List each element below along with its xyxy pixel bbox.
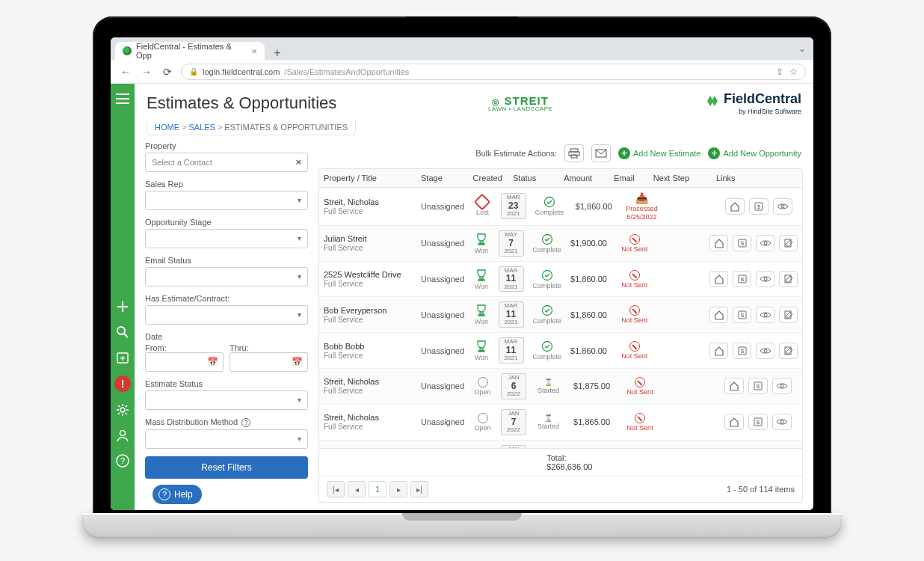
link-estimate-button[interactable]: $ — [748, 378, 768, 394]
link-view-button[interactable] — [772, 414, 792, 430]
email-button[interactable] — [591, 144, 611, 162]
link-home-button[interactable] — [709, 271, 728, 287]
help-fab[interactable]: ? Help — [153, 485, 202, 504]
reload-button[interactable]: ⟳ — [160, 64, 175, 79]
table-row[interactable]: Julian StreitFull ServiceUnassignedWonMA… — [319, 226, 802, 262]
col-stage[interactable]: Stage — [416, 169, 469, 187]
tabs-overflow-icon[interactable]: ⌄ — [798, 43, 806, 54]
new-tab-button[interactable]: + — [269, 46, 286, 60]
add-estimate-button[interactable]: +Add New Estimate — [618, 147, 700, 159]
col-property[interactable]: Property / Title — [319, 169, 416, 187]
add-icon[interactable] — [115, 299, 130, 314]
page-header: Estimates & Opportunities ◎ STREIT LAWN … — [135, 84, 813, 120]
gear-icon[interactable] — [115, 402, 130, 417]
link-estimate-button[interactable]: $ — [749, 198, 769, 215]
page-first-button[interactable]: |◂ — [327, 481, 345, 497]
alert-icon[interactable]: ! — [114, 375, 131, 392]
table-row[interactable]: Streit, NicholasFull ServiceUnassignedLo… — [319, 188, 802, 226]
link-view-button[interactable] — [756, 343, 774, 359]
date-thru-input[interactable]: 📅 — [230, 352, 308, 372]
browser-tab[interactable]: FieldCentral - Estimates & Opp × — [115, 42, 265, 60]
link-home-button[interactable] — [725, 198, 745, 215]
search-icon[interactable] — [115, 325, 130, 340]
reset-filters-button[interactable]: Reset Filters — [145, 456, 308, 479]
print-button[interactable] — [564, 144, 584, 162]
link-view-button[interactable] — [772, 378, 792, 394]
user-icon[interactable] — [115, 428, 130, 443]
row-next-step — [654, 333, 705, 368]
date-label: Date — [145, 332, 308, 341]
link-edit-button[interactable] — [779, 307, 798, 323]
link-home-button[interactable] — [709, 307, 728, 323]
svg-point-0 — [117, 327, 125, 334]
link-home-button[interactable] — [724, 378, 744, 394]
page-prev-button[interactable]: ◂ — [348, 481, 366, 497]
svg-point-22 — [764, 278, 767, 280]
clear-icon[interactable]: × — [295, 156, 301, 168]
crumb-sales[interactable]: SALES — [188, 123, 215, 132]
back-button[interactable]: ← — [118, 64, 133, 79]
row-name: Streit, Nicholas — [324, 197, 379, 206]
url-field[interactable]: 🔒 login.fieldcentral.com/Sales/Estimates… — [181, 64, 806, 80]
col-amount[interactable]: Amount — [543, 169, 600, 187]
row-amount: $1,860.00 — [568, 188, 619, 225]
help-sidebar-icon[interactable]: ? — [115, 453, 130, 468]
svg-rect-6 — [570, 149, 578, 152]
plus-icon: + — [618, 147, 630, 159]
sales-rep-select[interactable]: ▾ — [145, 191, 308, 210]
row-name: Bob Everyperson — [324, 306, 386, 315]
add-opportunity-button[interactable]: +Add New Opportunity — [708, 147, 801, 159]
table-row[interactable]: 2525 Westcliffe DriveFull ServiceUnassig… — [319, 262, 802, 298]
link-view-button[interactable] — [756, 235, 774, 251]
forward-button[interactable]: → — [139, 64, 154, 79]
link-view-button[interactable] — [756, 271, 774, 287]
date-from-input[interactable]: 📅 — [145, 352, 224, 372]
property-select[interactable]: Select a Contact × — [145, 153, 308, 172]
link-estimate-button[interactable]: $ — [733, 271, 751, 287]
link-edit-button[interactable] — [779, 343, 798, 359]
col-email[interactable]: Email — [600, 169, 649, 187]
col-status[interactable]: Status — [505, 169, 543, 187]
help-tooltip-icon[interactable]: ? — [241, 418, 250, 427]
table-row[interactable]: Streit, NicholasFull ServiceUnassignedOp… — [319, 405, 802, 441]
page-next-button[interactable]: ▸ — [389, 481, 407, 497]
row-stage: Unassigned — [421, 346, 464, 355]
col-next-step[interactable]: Next Step — [649, 169, 712, 187]
page-last-button[interactable]: ▸| — [410, 481, 428, 497]
app-logo: FieldCentral by HindSite Software — [704, 91, 801, 115]
processed-icon: 📥 — [635, 192, 648, 204]
link-estimate-button[interactable]: $ — [733, 307, 751, 323]
link-edit-button[interactable] — [779, 235, 798, 251]
close-tab-icon[interactable]: × — [251, 46, 257, 57]
col-created[interactable]: Created — [469, 169, 505, 187]
calendar-add-icon[interactable] — [115, 350, 130, 365]
estimate-status-select[interactable]: ▾ — [145, 390, 308, 410]
link-estimate-button[interactable]: $ — [733, 235, 751, 251]
bookmark-icon[interactable]: ☆ — [789, 67, 798, 77]
share-icon[interactable]: ⇪ — [776, 67, 783, 77]
email-status-select[interactable]: ▾ — [145, 267, 308, 286]
link-estimate-button[interactable]: $ — [733, 343, 751, 359]
status-cell: Complete — [533, 304, 562, 325]
table-row[interactable]: Bob EverypersonFull ServiceUnassignedWon… — [319, 297, 802, 333]
link-edit-button[interactable] — [779, 271, 798, 287]
link-home-button[interactable] — [724, 414, 744, 430]
opp-stage-select[interactable]: ▾ — [145, 229, 308, 248]
has-estimate-select[interactable]: ▾ — [145, 305, 308, 325]
svg-point-2 — [120, 408, 125, 412]
pager: |◂ ◂ 1 ▸ ▸| 1 - 50 of 114 items — [319, 476, 802, 502]
mass-dist-select[interactable]: ▾ — [145, 429, 308, 449]
link-home-button[interactable] — [709, 235, 728, 251]
link-view-button[interactable] — [773, 198, 792, 215]
link-view-button[interactable] — [756, 307, 774, 323]
crumb-home[interactable]: HOME — [155, 123, 179, 132]
table-row[interactable]: 115 Crusader Ave WFull ServiceUnassigned… — [319, 441, 802, 448]
table-row[interactable]: Bobb BobbFull ServiceUnassignedWonMAR112… — [319, 333, 802, 369]
link-estimate-button[interactable]: $ — [748, 414, 768, 430]
table-row[interactable]: Streit, NicholasFull ServiceUnassignedOp… — [319, 369, 802, 405]
stage-icon: Open — [475, 413, 491, 432]
menu-icon[interactable] — [115, 91, 130, 106]
page-current[interactable]: 1 — [369, 481, 386, 497]
chevron-down-icon: ▾ — [298, 310, 301, 319]
link-home-button[interactable] — [709, 343, 728, 359]
